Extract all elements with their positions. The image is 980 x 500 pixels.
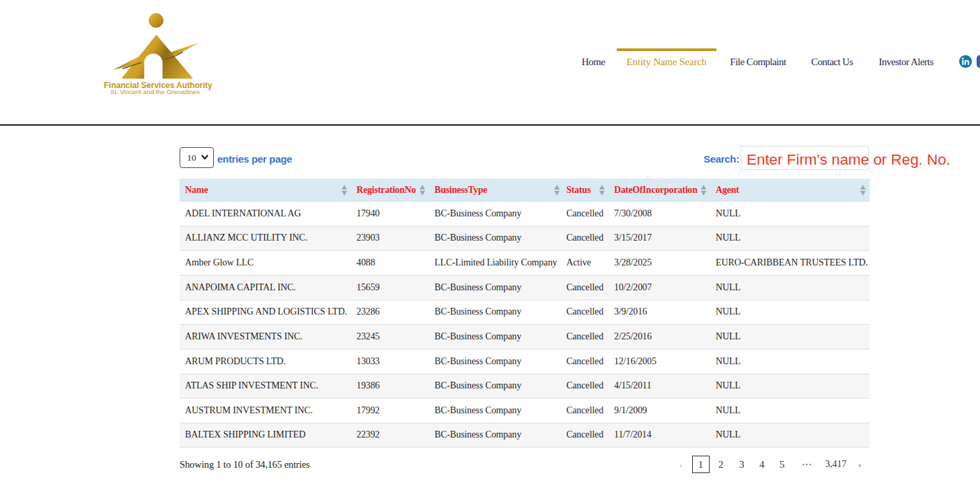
svg-text:St. Vincent and the Grenadines: St. Vincent and the Grenadines	[110, 88, 200, 95]
